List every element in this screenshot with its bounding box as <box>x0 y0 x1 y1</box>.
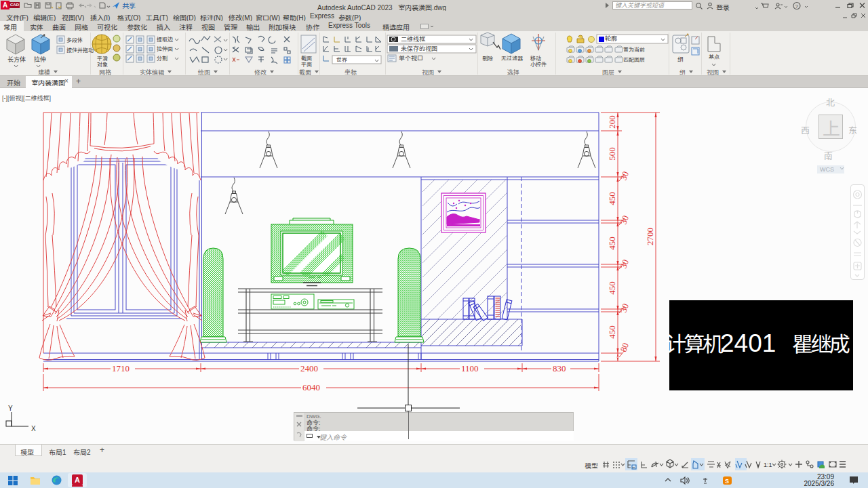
svg-text:瞿继成: 瞿继成 <box>792 331 850 358</box>
svg-text:2700: 2700 <box>645 228 655 245</box>
svg-text:计算机: 计算机 <box>665 331 724 358</box>
svg-text:东: 东 <box>848 123 857 136</box>
svg-text:S: S <box>725 478 729 485</box>
svg-text:WCS: WCS <box>820 166 834 173</box>
svg-text:北: 北 <box>826 96 835 108</box>
svg-text:2401: 2401 <box>720 331 776 357</box>
svg-text:1100: 1100 <box>461 363 479 373</box>
svg-text:6040: 6040 <box>302 382 320 392</box>
svg-text:450: 450 <box>607 325 617 339</box>
svg-text:830: 830 <box>553 363 566 373</box>
svg-text:80: 80 <box>618 342 631 353</box>
svg-text:西: 西 <box>801 123 810 136</box>
svg-text:200: 200 <box>607 115 617 129</box>
svg-text:南: 南 <box>824 149 833 162</box>
svg-text:2400: 2400 <box>300 363 318 373</box>
svg-text:450: 450 <box>607 192 617 205</box>
svg-text:X: X <box>31 425 36 432</box>
svg-text:500: 500 <box>607 147 617 161</box>
svg-text:1:1: 1:1 <box>764 462 772 468</box>
svg-text:上: 上 <box>823 115 840 140</box>
svg-text:450: 450 <box>607 281 617 295</box>
svg-text:1710: 1710 <box>112 363 130 373</box>
svg-text:Y: Y <box>8 405 13 412</box>
svg-text:450: 450 <box>607 237 617 250</box>
